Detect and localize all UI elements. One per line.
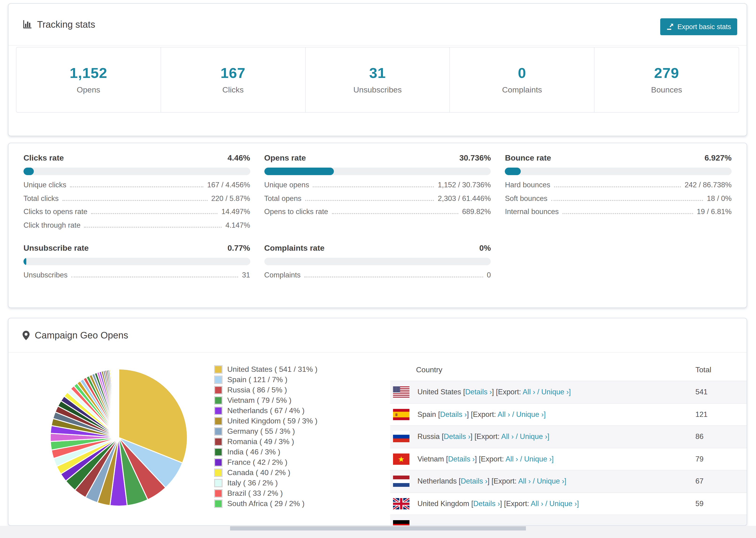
legend-color-swatch — [214, 376, 223, 384]
export-label: [Export: — [491, 477, 516, 485]
geo-table: Country Total United States [Details ›] … — [390, 359, 747, 526]
legend-item: Netherlands ( 67 / 4% ) — [214, 405, 317, 416]
summary-label: Complaints — [502, 85, 542, 95]
export-unique-link[interactable]: Unique ›] — [541, 388, 571, 396]
export-all-link[interactable]: All › — [498, 410, 510, 418]
legend-label: Italy ( 36 / 2% ) — [227, 479, 278, 487]
metric-value: 0.77% — [228, 243, 250, 253]
geo-table-row-united-kingdom: United Kingdom [Details ›] [Export: All … — [390, 492, 747, 514]
legend-label: Germany ( 55 / 3% ) — [227, 427, 295, 436]
legend-color-swatch — [214, 500, 223, 508]
legend-label: South Africa ( 29 / 2% ) — [227, 500, 304, 508]
legend-item: Vietnam ( 79 / 5% ) — [214, 395, 317, 405]
metric-value: 0% — [479, 243, 491, 253]
link-separator: / — [545, 500, 548, 508]
export-icon — [666, 23, 674, 30]
legend-color-swatch — [214, 386, 223, 394]
export-unique-link[interactable]: Unique ›] — [524, 455, 554, 463]
geo-table-row-netherlands: Netherlands [Details ›] [Export: All › /… — [390, 470, 747, 492]
summary-value: 279 — [654, 65, 679, 82]
progress-bar — [264, 258, 491, 265]
country-name: Netherlands — [417, 477, 457, 485]
details-link[interactable]: Details › — [465, 388, 492, 396]
export-basic-stats-button[interactable]: Export basic stats — [660, 18, 737, 35]
export-unique-link[interactable]: Unique ›] — [549, 500, 579, 508]
summary-label: Bounces — [651, 85, 682, 95]
legend-color-swatch — [214, 458, 223, 467]
metric-stat-row: Unsubscribes31 — [24, 271, 250, 284]
country-column-header: Country — [416, 365, 442, 374]
geo-title: Campaign Geo Opens — [35, 330, 128, 341]
metric-stat-row: Clicks to opens rate14.497% — [24, 207, 250, 221]
legend-item: Germany ( 55 / 3% ) — [214, 426, 317, 437]
dotted-leader — [71, 277, 238, 278]
export-all-link[interactable]: All › — [523, 388, 535, 396]
total-cell: 541 — [695, 388, 708, 397]
dotted-leader — [84, 227, 222, 228]
metric-stat-row: Internal bounces19 / 6.81% — [505, 207, 731, 221]
link-separator: / — [537, 388, 539, 396]
details-link[interactable]: Details › — [440, 410, 467, 418]
country-cell: Netherlands [Details ›] [Export: All › /… — [417, 477, 566, 486]
legend-color-swatch — [214, 479, 223, 487]
link-separator: / — [512, 410, 514, 418]
export-label: [Export: — [504, 500, 529, 508]
metric-title: Clicks rate — [24, 153, 64, 163]
progress-bar — [24, 168, 250, 175]
geo-table-row-russia: Russia [Details ›] [Export: All › / Uniq… — [390, 425, 747, 448]
geo-table-row-vietnam: Vietnam [Details ›] [Export: All › / Uni… — [390, 448, 747, 470]
metric-stat-row: Unique opens1,152 / 30.736% — [264, 181, 491, 194]
details-link[interactable]: Details › — [460, 477, 487, 485]
geo-table-row-united-states: United States [Details ›] [Export: All ›… — [390, 381, 747, 403]
legend-item: Italy ( 36 / 2% ) — [214, 478, 317, 488]
flag-ru-icon — [393, 431, 409, 443]
total-cell: 121 — [695, 410, 708, 419]
bar-chart-icon — [23, 20, 32, 29]
export-unique-link[interactable]: Unique ›] — [537, 477, 566, 485]
legend-color-swatch — [214, 417, 223, 425]
horizontal-scrollbar-thumb[interactable] — [230, 526, 526, 530]
legend-label: Netherlands ( 67 / 4% ) — [227, 406, 304, 415]
details-link[interactable]: Details › — [473, 500, 500, 508]
country-cell: United States [Details ›] [Export: All ›… — [417, 388, 571, 397]
legend-item: United States ( 541 / 31% ) — [214, 364, 317, 375]
legend-item: France ( 42 / 2% ) — [214, 457, 317, 467]
export-unique-link[interactable]: Unique ›] — [520, 433, 549, 441]
dotted-leader — [305, 200, 434, 201]
total-cell: 86 — [695, 433, 704, 441]
legend-color-swatch — [214, 406, 223, 415]
country-name: United States — [417, 388, 461, 396]
legend-label: United States ( 541 / 31% ) — [227, 365, 317, 374]
metric-opens: Opens rate30.736%Unique opens1,152 / 30.… — [264, 153, 491, 234]
geo-header: Campaign Geo Opens — [9, 318, 747, 352]
total-cell: 59 — [695, 500, 704, 508]
export-label: [Export: — [474, 433, 500, 441]
total-cell: 79 — [695, 455, 704, 463]
map-pin-icon — [23, 330, 29, 340]
details-link[interactable]: Details › — [444, 433, 470, 441]
link-separator: / — [533, 477, 535, 485]
summary-stat-complaints: 0Complaints — [450, 47, 594, 112]
rates-card: Clicks rate4.46%Unique clicks167 / 4.456… — [8, 143, 747, 308]
export-all-link[interactable]: All › — [531, 500, 543, 508]
export-all-link[interactable]: All › — [518, 477, 531, 485]
legend-label: France ( 42 / 2% ) — [227, 458, 287, 467]
dotted-leader — [332, 213, 459, 214]
summary-stat-unsubscribes: 31Unsubscribes — [305, 47, 450, 112]
legend-color-swatch — [214, 448, 223, 456]
details-link[interactable]: Details › — [448, 455, 475, 463]
export-all-link[interactable]: All › — [501, 433, 514, 441]
export-unique-link[interactable]: Unique ›] — [516, 410, 546, 418]
metric-bounce: Bounce rate6.927%Hard bounces242 / 86.73… — [505, 153, 731, 234]
dotted-leader — [304, 277, 483, 278]
country-name: United Kingdom — [417, 500, 469, 508]
summary-stats-row: 1,152Opens167Clicks31Unsubscribes0Compla… — [16, 47, 739, 113]
dotted-leader — [554, 187, 681, 187]
export-all-link[interactable]: All › — [506, 455, 518, 463]
link-separator: / — [520, 455, 522, 463]
flag-de-icon — [393, 520, 409, 526]
dotted-leader — [70, 187, 203, 187]
country-name: Vietnam — [417, 455, 444, 463]
metric-stat-row: Click through rate4.147% — [24, 221, 250, 234]
geo-opens-pie-chart — [47, 366, 190, 509]
